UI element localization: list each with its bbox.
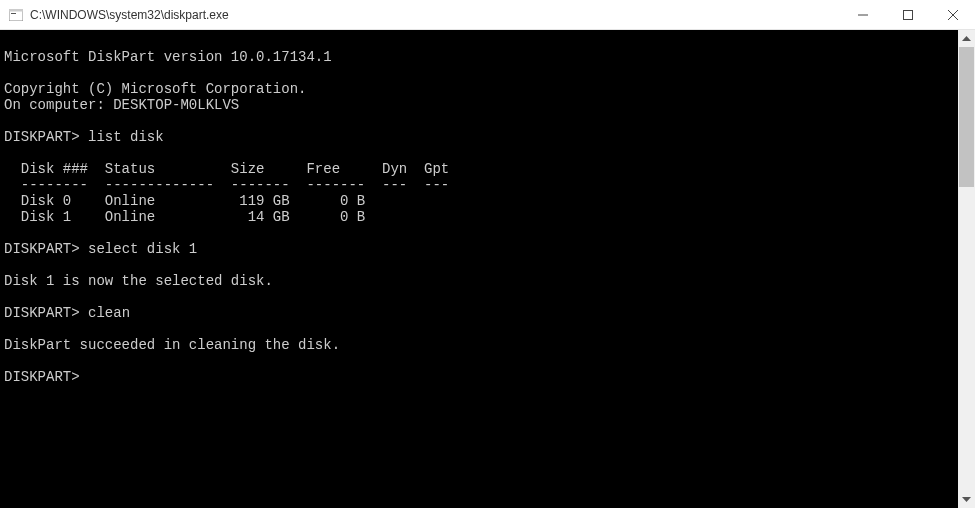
line-blank xyxy=(4,33,12,49)
minimize-button[interactable] xyxy=(840,0,885,29)
copyright-line: Copyright (C) Microsoft Corporation. xyxy=(4,81,306,97)
svg-rect-2 xyxy=(11,13,16,14)
response-cleaned: DiskPart succeeded in cleaning the disk. xyxy=(4,337,340,353)
cmd-clean: clean xyxy=(88,305,130,321)
window-title: C:\WINDOWS\system32\diskpart.exe xyxy=(30,8,840,22)
scroll-track[interactable] xyxy=(958,47,975,491)
svg-rect-3 xyxy=(903,10,912,19)
computer-line: On computer: DESKTOP-M0LKLVS xyxy=(4,97,239,113)
maximize-button[interactable] xyxy=(885,0,930,29)
prompt: DISKPART> xyxy=(4,241,80,257)
cmd-list-disk: list disk xyxy=(88,129,164,145)
prompt: DISKPART> xyxy=(4,305,80,321)
disk-table-divider: -------- ------------- ------- ------- -… xyxy=(4,177,449,193)
scroll-thumb[interactable] xyxy=(959,47,974,187)
version-line: Microsoft DiskPart version 10.0.17134.1 xyxy=(4,49,332,65)
console-app-icon xyxy=(8,7,24,23)
disk-table-header: Disk ### Status Size Free Dyn Gpt xyxy=(4,161,449,177)
console-area: Microsoft DiskPart version 10.0.17134.1 … xyxy=(0,30,975,508)
disk-row-1: Disk 1 Online 14 GB 0 B xyxy=(4,209,365,225)
vertical-scrollbar[interactable] xyxy=(958,30,975,508)
prompt-current: DISKPART> xyxy=(4,369,80,385)
terminal-output[interactable]: Microsoft DiskPart version 10.0.17134.1 … xyxy=(0,30,958,508)
scroll-up-arrow-icon[interactable] xyxy=(958,30,975,47)
window-controls xyxy=(840,0,975,29)
cmd-select-disk: select disk 1 xyxy=(88,241,197,257)
disk-row-0: Disk 0 Online 119 GB 0 B xyxy=(4,193,365,209)
svg-rect-1 xyxy=(9,9,23,12)
scroll-down-arrow-icon[interactable] xyxy=(958,491,975,508)
close-button[interactable] xyxy=(930,0,975,29)
prompt: DISKPART> xyxy=(4,129,80,145)
titlebar[interactable]: C:\WINDOWS\system32\diskpart.exe xyxy=(0,0,975,30)
response-selected: Disk 1 is now the selected disk. xyxy=(4,273,273,289)
